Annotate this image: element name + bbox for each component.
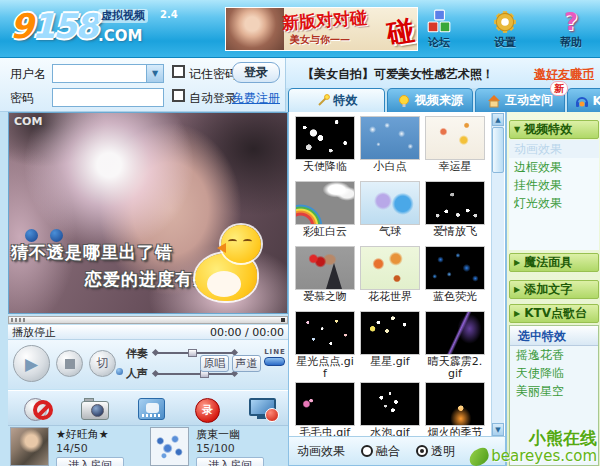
disable-webcam-button[interactable] [22, 393, 56, 425]
scroll-up-icon[interactable]: ▲ [492, 113, 504, 126]
accompaniment-slider-handle[interactable] [188, 349, 197, 357]
line-in-toggle[interactable]: LINE [264, 348, 286, 366]
effect-thumbnail[interactable] [295, 116, 355, 160]
radio-unselected-icon[interactable] [361, 445, 373, 457]
tab-interactive-space[interactable]: 互动空间 新 [475, 88, 565, 112]
tab-interactive-space-label: 互动空间 [505, 92, 553, 109]
remember-password-checkbox[interactable] [172, 65, 185, 78]
sidebar-item-border-effects[interactable]: 边框效果 [509, 158, 599, 176]
effect-item[interactable]: 天使降临 [295, 116, 355, 173]
snapshot-button[interactable] [78, 393, 112, 425]
effect-thumbnail[interactable] [360, 116, 420, 160]
effect-item[interactable]: 花花世界 [360, 246, 420, 303]
invite-friends-link[interactable]: 邀好友赚币 [534, 66, 594, 83]
effect-item[interactable]: 星光点点.gif [295, 311, 355, 380]
selected-effect-item[interactable]: 天使降临 [510, 364, 598, 382]
magic-wand-icon [316, 94, 330, 108]
triangle-down-icon: ▼ [514, 125, 520, 134]
autologin-checkbox[interactable] [172, 89, 185, 102]
accompaniment-slider[interactable] [156, 352, 234, 354]
vocal-slider[interactable] [156, 373, 234, 375]
sidebar-section-magic-mask[interactable]: ▶ 魔法面具 [509, 253, 599, 272]
effect-thumbnail[interactable] [360, 382, 420, 426]
login-panel: 用户名 ▼ 记住密码 登录 密码 自动登录 免费注册 [0, 58, 286, 112]
record-icon: 录 [195, 398, 220, 423]
sidebar-item-light-effects[interactable]: 灯光效果 [509, 194, 599, 212]
effect-thumbnail[interactable] [295, 246, 355, 290]
nav-forum-button[interactable]: 论坛 [418, 8, 460, 50]
transparent-mode-option[interactable]: 透明 [416, 443, 455, 460]
channel-button[interactable]: 声道 [232, 355, 261, 372]
login-button[interactable]: 登录 [232, 62, 280, 83]
room-name: ★好旺角★ [56, 427, 146, 442]
effect-thumbnail[interactable] [295, 311, 355, 355]
radio-selected-icon[interactable] [416, 445, 428, 457]
tab-ktv[interactable]: KTV [567, 88, 600, 112]
effect-thumbnail[interactable] [360, 311, 420, 355]
selected-effect-item[interactable]: 美丽星空 [510, 382, 598, 400]
effect-thumbnail[interactable] [425, 181, 485, 225]
effect-item[interactable]: 星星.gif [360, 311, 420, 368]
username-input[interactable]: ▼ [52, 64, 164, 83]
effect-item[interactable]: 蓝色荧光 [425, 246, 485, 303]
effect-item[interactable]: 水泡.gif [360, 382, 420, 439]
effect-item[interactable]: 幸运星 [425, 116, 485, 173]
original-vocal-button[interactable]: 原唱 [200, 355, 229, 372]
logo-number: 9158 [10, 6, 97, 46]
effect-thumbnail[interactable] [360, 246, 420, 290]
effect-label: 星星.gif [360, 356, 420, 368]
effect-item[interactable]: 毛毛虫.gif [295, 382, 355, 439]
blend-mode-option[interactable]: 融合 [361, 443, 400, 460]
scrollbar-thumb[interactable] [492, 127, 504, 173]
effect-item[interactable]: 爱情放飞 [425, 181, 485, 238]
effect-thumbnail[interactable] [295, 382, 355, 426]
video-card-button[interactable] [134, 393, 168, 425]
chevron-down-icon[interactable]: ▼ [146, 65, 163, 82]
stop-button[interactable] [56, 350, 83, 377]
ad-banner[interactable]: 新版对对碰 美女与你一— 碰 [225, 7, 418, 51]
effect-thumbnail[interactable] [425, 246, 485, 290]
selected-effect-item[interactable]: 摇逸花香 [510, 346, 598, 364]
nav-settings-button[interactable]: 设置 [484, 8, 526, 50]
effect-item[interactable]: 小白点 [360, 116, 420, 173]
effect-item[interactable]: 气球 [360, 181, 420, 238]
effects-panel: 天使降临 小白点 幸运星 彩虹白云 气球 爱情放飞 爱慕之吻 花花世界 蓝色荧光… [288, 112, 506, 466]
effect-item[interactable]: 晴天霹雳2.gif [425, 311, 485, 380]
record-button[interactable]: 录 [190, 393, 224, 425]
effect-thumbnail[interactable] [295, 181, 355, 225]
play-button[interactable]: ▶ [13, 345, 50, 382]
effect-item[interactable]: 彩虹白云 [295, 181, 355, 238]
effect-label: 爱情放飞 [425, 226, 485, 238]
nav-help-button[interactable]: ? 帮助 [550, 8, 592, 50]
progress-grip[interactable] [11, 318, 26, 322]
webcam-video-area[interactable]: COM 猜不透是哪里出了错 恋爱的进度有些落后 [8, 112, 288, 314]
sidebar-section-video-effects[interactable]: ▼ 视频特效 [509, 120, 599, 139]
triangle-right-icon: ▶ [514, 309, 520, 318]
sidebar-section-add-text[interactable]: ▶ 添加文字 [509, 280, 599, 299]
room-thumbnail[interactable] [150, 427, 189, 466]
tab-effects-label: 特效 [334, 92, 358, 109]
tab-video-source[interactable]: 视频来源 [387, 88, 473, 112]
enter-room-button[interactable]: 进入房间 [196, 457, 264, 466]
effects-scrollbar[interactable]: ▲ ▼ [491, 113, 504, 436]
tab-bar: 特效 视频来源 互动空间 新 KTV [286, 88, 600, 112]
camera-lens [91, 404, 104, 417]
effect-thumbnail[interactable] [360, 181, 420, 225]
progress-handle[interactable] [281, 318, 285, 322]
enter-room-button[interactable]: 进入房间 [56, 457, 124, 466]
sidebar-section-ktv[interactable]: ▶ KTV点歌台 [509, 304, 599, 323]
effect-thumbnail[interactable] [425, 116, 485, 160]
room-thumbnail[interactable] [10, 427, 49, 466]
effect-item[interactable]: 爱慕之吻 [295, 246, 355, 303]
tab-effects[interactable]: 特效 [288, 88, 385, 112]
settings-gear-icon [484, 8, 526, 35]
playback-progress-bar[interactable] [8, 316, 288, 324]
switch-button[interactable]: 切 [89, 350, 116, 377]
screen-share-button[interactable] [246, 393, 280, 425]
effect-thumbnail[interactable] [425, 382, 485, 426]
sidebar-item-animation-effects[interactable]: 动画效果 [509, 140, 599, 158]
effect-thumbnail[interactable] [425, 311, 485, 355]
free-register-link[interactable]: 免费注册 [232, 90, 280, 107]
sidebar-item-pendant-effects[interactable]: 挂件效果 [509, 176, 599, 194]
password-input[interactable] [52, 88, 164, 107]
